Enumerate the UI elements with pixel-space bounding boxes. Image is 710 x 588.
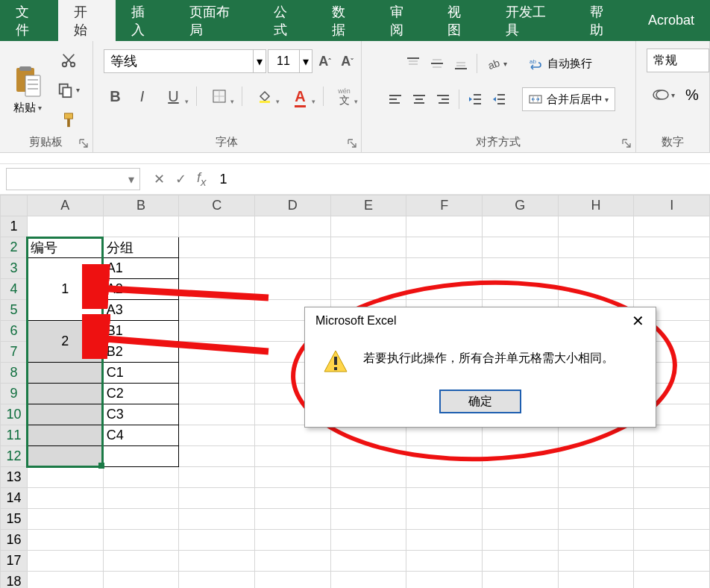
row-header-13[interactable]: 13 bbox=[1, 467, 28, 488]
align-right-button[interactable] bbox=[432, 88, 454, 110]
cell-A3[interactable]: 1 bbox=[27, 258, 103, 321]
align-middle-button[interactable] bbox=[426, 52, 448, 75]
cell-F18[interactable] bbox=[406, 572, 483, 589]
cell-A18[interactable] bbox=[27, 572, 103, 589]
row-header-15[interactable]: 15 bbox=[1, 509, 28, 530]
cell-A13[interactable] bbox=[27, 467, 103, 488]
cell-B14[interactable] bbox=[103, 488, 179, 509]
cell-C2[interactable] bbox=[179, 237, 255, 258]
row-header-18[interactable]: 18 bbox=[1, 572, 28, 589]
row-header-16[interactable]: 16 bbox=[1, 530, 28, 551]
cell-A9[interactable] bbox=[27, 384, 103, 404]
tab-help[interactable]: 帮助 bbox=[574, 0, 632, 41]
cell-B7[interactable]: B2 bbox=[103, 342, 179, 363]
cell-C16[interactable] bbox=[179, 530, 255, 551]
cell-C5[interactable] bbox=[179, 300, 255, 321]
row-header-8[interactable]: 8 bbox=[1, 363, 28, 384]
cell-A16[interactable] bbox=[27, 530, 103, 551]
cell-H16[interactable] bbox=[558, 530, 634, 551]
cell-E15[interactable] bbox=[330, 509, 406, 530]
cell-A8[interactable] bbox=[27, 363, 103, 384]
cell-I3[interactable] bbox=[634, 258, 710, 279]
cell-F15[interactable] bbox=[406, 509, 483, 530]
cell-A1[interactable] bbox=[27, 216, 103, 237]
cell-C8[interactable] bbox=[179, 363, 255, 384]
cell-C3[interactable] bbox=[179, 258, 255, 279]
cell-H1[interactable] bbox=[558, 216, 634, 237]
cell-B4[interactable]: A2 bbox=[103, 279, 179, 300]
cell-E18[interactable] bbox=[330, 572, 406, 589]
cell-C17[interactable] bbox=[179, 551, 255, 572]
orientation-button[interactable]: ab▾ bbox=[482, 52, 512, 75]
cell-B3[interactable]: A1 bbox=[103, 258, 179, 279]
format-painter-button[interactable] bbox=[54, 109, 84, 131]
cell-E1[interactable] bbox=[330, 216, 406, 237]
cell-F17[interactable] bbox=[406, 551, 483, 572]
cell-D3[interactable] bbox=[255, 258, 331, 279]
align-center-button[interactable] bbox=[408, 88, 430, 110]
dialog-ok-button[interactable]: 确定 bbox=[439, 390, 521, 413]
insert-function-button[interactable]: fx bbox=[197, 170, 207, 188]
row-header-7[interactable]: 7 bbox=[1, 342, 28, 363]
cell-D11[interactable] bbox=[255, 425, 331, 446]
cell-A12[interactable] bbox=[27, 446, 103, 467]
row-header-5[interactable]: 5 bbox=[1, 300, 28, 321]
font-name-select[interactable]: 等线 bbox=[104, 49, 253, 73]
cell-C9[interactable] bbox=[179, 384, 255, 404]
cell-F4[interactable] bbox=[406, 279, 483, 300]
cell-E14[interactable] bbox=[330, 488, 406, 509]
cell-C7[interactable] bbox=[179, 342, 255, 363]
cell-F13[interactable] bbox=[406, 467, 483, 488]
cell-H14[interactable] bbox=[558, 488, 634, 509]
tab-insert[interactable]: 插入 bbox=[116, 0, 174, 41]
row-header-10[interactable]: 10 bbox=[1, 404, 28, 425]
cell-C18[interactable] bbox=[179, 572, 255, 589]
cell-A6[interactable]: 2 bbox=[27, 321, 103, 363]
cell-E4[interactable] bbox=[330, 279, 406, 300]
row-header-9[interactable]: 9 bbox=[1, 384, 28, 404]
cell-D18[interactable] bbox=[255, 572, 331, 589]
cell-D12[interactable] bbox=[255, 446, 331, 467]
cell-D14[interactable] bbox=[255, 488, 331, 509]
cell-E17[interactable] bbox=[330, 551, 406, 572]
phonetic-guide-button[interactable]: wén文▾ bbox=[330, 84, 359, 108]
cell-G14[interactable] bbox=[482, 488, 558, 509]
accounting-format-button[interactable]: ▾ bbox=[650, 83, 678, 107]
row-header-14[interactable]: 14 bbox=[1, 488, 28, 509]
paste-button[interactable]: 粘贴 ▾ bbox=[13, 101, 42, 115]
cell-G18[interactable] bbox=[482, 572, 558, 589]
column-header-G[interactable]: G bbox=[482, 196, 558, 216]
borders-button[interactable]: ▾ bbox=[203, 84, 236, 108]
column-header-E[interactable]: E bbox=[330, 196, 406, 216]
cell-H15[interactable] bbox=[558, 509, 634, 530]
cell-G2[interactable] bbox=[482, 237, 558, 258]
bold-button[interactable]: B bbox=[104, 84, 128, 108]
cell-G1[interactable] bbox=[482, 216, 558, 237]
decrease-indent-button[interactable] bbox=[464, 88, 486, 110]
accept-edit-button[interactable]: ✓ bbox=[175, 171, 186, 187]
underline-button[interactable]: U▾ bbox=[157, 84, 190, 108]
cell-H13[interactable] bbox=[558, 467, 634, 488]
name-box[interactable]: ▾ bbox=[6, 168, 140, 190]
copy-button[interactable]: ▾ bbox=[54, 79, 84, 101]
clipboard-launcher-icon[interactable] bbox=[78, 137, 89, 149]
cell-F14[interactable] bbox=[406, 488, 483, 509]
tab-formula[interactable]: 公式 bbox=[258, 0, 316, 41]
cell-C14[interactable] bbox=[179, 488, 255, 509]
cell-G17[interactable] bbox=[482, 551, 558, 572]
cell-C11[interactable] bbox=[179, 425, 255, 446]
cell-B11[interactable]: C4 bbox=[103, 425, 179, 446]
cell-B6[interactable]: B1 bbox=[103, 321, 179, 342]
column-header-F[interactable]: F bbox=[406, 196, 483, 216]
cell-B10[interactable]: C3 bbox=[103, 404, 179, 425]
cell-E16[interactable] bbox=[330, 530, 406, 551]
cell-F2[interactable] bbox=[406, 237, 483, 258]
tab-acrobat[interactable]: Acrobat bbox=[632, 0, 710, 41]
cell-C1[interactable] bbox=[179, 216, 255, 237]
cell-F16[interactable] bbox=[406, 530, 483, 551]
cell-D13[interactable] bbox=[255, 467, 331, 488]
tab-dev[interactable]: 开发工具 bbox=[490, 0, 574, 41]
tab-data[interactable]: 数据 bbox=[316, 0, 374, 41]
cell-F11[interactable] bbox=[406, 425, 483, 446]
cell-G11[interactable] bbox=[482, 425, 558, 446]
